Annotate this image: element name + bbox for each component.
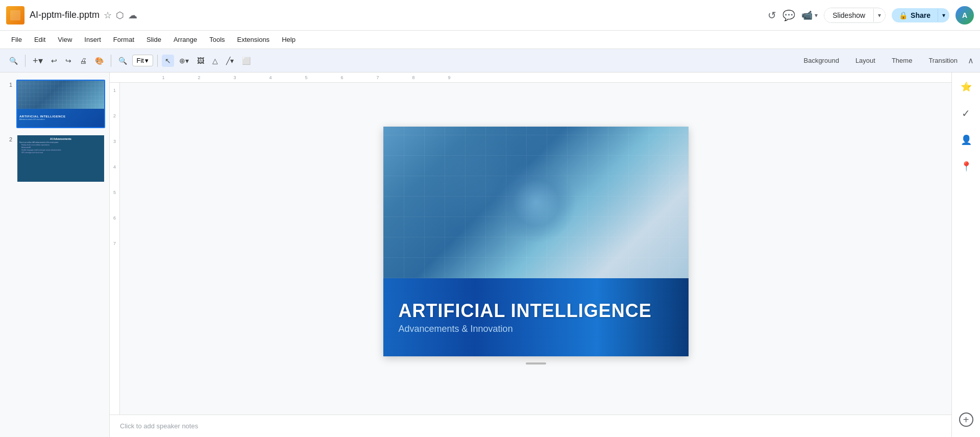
accessibility-button[interactable]: ⬜ <box>239 55 254 67</box>
ruler-left-4: 4 <box>113 164 116 190</box>
collapse-button[interactable]: ∧ <box>968 56 974 65</box>
add-section-button[interactable]: + <box>959 412 973 427</box>
shape-button[interactable]: △ <box>209 55 221 67</box>
lock-icon: 🔒 <box>899 11 908 19</box>
menu-format[interactable]: Format <box>108 34 139 45</box>
menu-edit[interactable]: Edit <box>29 34 51 45</box>
slide-thumb-inner-1: ARTIFICIAL INTELLIGENCE Advancements & I… <box>17 81 104 127</box>
ruler-left-7: 7 <box>113 241 116 266</box>
slide-item-1[interactable]: 1 ARTIFICIAL INTELLIGENCE Advancements &… <box>0 77 109 131</box>
menu-help[interactable]: Help <box>277 34 301 45</box>
share-button[interactable]: 🔒 Share ▾ <box>892 8 949 22</box>
share-label: 🔒 Share <box>892 8 938 22</box>
redo-button[interactable]: ↪ <box>62 55 75 67</box>
ruler-left-5: 5 <box>113 190 116 215</box>
ruler-mark-8: 8 <box>396 75 431 80</box>
map-icon-button[interactable]: 📍 <box>957 157 975 176</box>
transition-button[interactable]: Transition <box>922 54 964 67</box>
slide-spiral <box>495 162 577 244</box>
menu-slide[interactable]: Slide <box>141 34 166 45</box>
toolbar: 🔍 +▾ ↩ ↪ 🖨 🎨 🔍 Fit ▾ ↖ ⊕▾ 🖼 △ ╱▾ ⬜ Backg… <box>0 49 980 72</box>
ruler-top: 1 2 3 4 5 6 7 8 9 <box>110 72 951 83</box>
menu-insert[interactable]: Insert <box>79 34 106 45</box>
zoom-selector[interactable]: Fit ▾ <box>132 55 153 66</box>
zoom-arrow: ▾ <box>145 57 149 64</box>
background-button[interactable]: Background <box>797 54 845 67</box>
ruler-left-1: 1 <box>113 88 116 113</box>
toolbar-divider-2 <box>111 55 111 67</box>
slide-background <box>383 127 689 278</box>
line-button[interactable]: ╱▾ <box>223 55 237 67</box>
toolbar-divider-3 <box>157 55 158 67</box>
menu-view[interactable]: View <box>53 34 77 45</box>
undo-button[interactable]: ↩ <box>48 55 60 67</box>
notes-placeholder[interactable]: Click to add speaker notes <box>120 422 198 430</box>
history-icon[interactable]: ↺ <box>768 9 776 21</box>
app-logo[interactable] <box>6 6 24 25</box>
menu-arrange[interactable]: Arrange <box>168 34 202 45</box>
cloud-icon[interactable]: ☁ <box>128 10 137 21</box>
main-layout: 1 ARTIFICIAL INTELLIGENCE Advancements &… <box>0 72 980 437</box>
ruler-mark-4: 4 <box>253 75 288 80</box>
search-button[interactable]: 🔍 <box>6 55 21 67</box>
print-button[interactable]: 🖨 <box>77 55 90 67</box>
keep-icon-button[interactable]: ⭐ <box>957 78 975 96</box>
title-right: ↺ 💬 📹 ▾ Slideshow ▾ 🔒 Share ▾ A <box>768 6 974 25</box>
ruler-mark-9: 9 <box>431 75 467 80</box>
person-icon-button[interactable]: 👤 <box>957 131 975 149</box>
thumb2-bullet-1: Reality check: more realistic expectatio… <box>19 144 102 146</box>
star-icon[interactable]: ☆ <box>104 10 112 21</box>
paint-format-button[interactable]: 🎨 <box>92 55 107 67</box>
layout-button[interactable]: Layout <box>849 54 881 67</box>
person-icon: 👤 <box>961 134 972 145</box>
ruler-mark-5: 5 <box>288 75 324 80</box>
ruler-mark-3: 3 <box>217 75 253 80</box>
zoom-label: Fit <box>137 57 144 64</box>
thumb2-bg: AI Advancements Here is an outline of AI… <box>17 135 104 182</box>
toolbar-divider-1 <box>25 55 26 67</box>
comment-icon[interactable]: 💬 <box>782 9 795 21</box>
slide-number-1: 1 <box>4 82 12 88</box>
slide-item-2[interactable]: 2 AI Advancements Here is an outline of … <box>0 131 109 186</box>
slide-number-2: 2 <box>4 136 12 142</box>
slideshow-dropdown-arrow[interactable]: ▾ <box>873 9 885 22</box>
image-button[interactable]: 🖼 <box>194 55 207 67</box>
menu-tools[interactable]: Tools <box>204 34 230 45</box>
user-avatar[interactable]: A <box>955 6 974 25</box>
theme-button[interactable]: Theme <box>886 54 918 67</box>
ruler-marks: 1 2 3 4 5 6 7 8 9 <box>120 75 951 80</box>
move-button[interactable]: ⊕▾ <box>176 55 192 67</box>
slide-panel: 1 ARTIFICIAL INTELLIGENCE Advancements &… <box>0 72 110 437</box>
thumb2-bullet-4: GPU shortages and cloud costs <box>19 152 102 154</box>
slideshow-button[interactable]: Slideshow ▾ <box>824 8 886 23</box>
slideshow-label: Slideshow <box>824 8 873 22</box>
file-name: AI-pptm-file.pptm <box>30 10 100 20</box>
notes-bar[interactable]: Click to add speaker notes <box>110 415 951 437</box>
zoom-fit-button[interactable]: 🔍 <box>115 55 130 67</box>
ruler-left-6: 6 <box>113 215 116 241</box>
title-bar: AI-pptm-file.pptm ☆ ⬡ ☁ ↺ 💬 📹 ▾ Slidesho… <box>0 0 980 31</box>
ruler-mark-6: 6 <box>324 75 360 80</box>
add-slide-button[interactable]: +▾ <box>30 53 46 68</box>
map-icon: 📍 <box>961 161 972 172</box>
cursor-button[interactable]: ↖ <box>162 55 174 67</box>
task-icon-button[interactable]: ✓ <box>957 104 975 123</box>
thumb2-bullet-3: Smaller language models and open source … <box>19 149 102 151</box>
thumb2-bullet-2: Multimodal AI <box>19 147 102 149</box>
keep-icon: ⭐ <box>961 81 972 92</box>
canvas-wrapper: ARTIFICIAL INTELLIGENCE Advancements & I… <box>358 111 704 386</box>
canvas-scroll: 1 2 3 4 5 6 7 <box>110 83 951 415</box>
thumb2-line-1: Here is an outline of AI advancements in… <box>19 141 102 143</box>
slide-thumbnail-2[interactable]: AI Advancements Here is an outline of AI… <box>16 134 105 183</box>
slide-canvas[interactable]: ARTIFICIAL INTELLIGENCE Advancements & I… <box>383 127 689 356</box>
right-panel: ⭐ ✓ 👤 📍 + <box>951 72 980 437</box>
menu-extensions[interactable]: Extensions <box>232 34 275 45</box>
toolbar-right: Background Layout Theme Transition ∧ <box>797 54 974 67</box>
ruler-mark-1: 1 <box>145 75 181 80</box>
meet-icon[interactable]: 📹 ▾ <box>801 10 818 21</box>
folder-icon[interactable]: ⬡ <box>116 10 124 21</box>
slide-text-bar: ARTIFICIAL INTELLIGENCE Advancements & I… <box>383 278 689 356</box>
slide-thumbnail-1[interactable]: ARTIFICIAL INTELLIGENCE Advancements & I… <box>16 80 105 128</box>
menu-file[interactable]: File <box>6 34 27 45</box>
share-dropdown-arrow[interactable]: ▾ <box>938 9 949 22</box>
